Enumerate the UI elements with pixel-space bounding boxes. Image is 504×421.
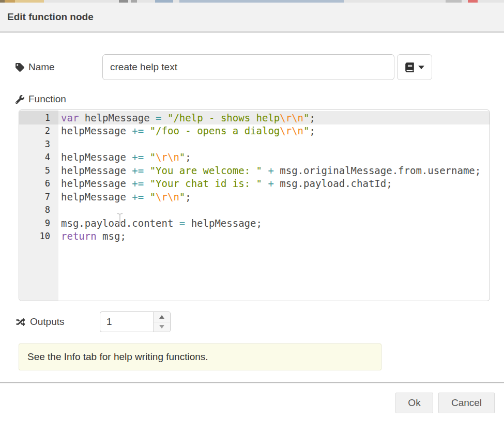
code-line[interactable]: 7helpMessage += "\r\n";	[19, 190, 490, 204]
code-line[interactable]: 10return msg;	[19, 230, 490, 243]
shuffle-icon	[16, 318, 26, 326]
outputs-label-text: Outputs	[30, 316, 65, 328]
outputs-increment-button[interactable]	[154, 312, 170, 322]
outputs-spinner	[100, 311, 171, 332]
wrench-icon	[16, 95, 24, 104]
line-number: 8	[19, 204, 58, 217]
outputs-label: Outputs	[16, 311, 65, 332]
code-line[interactable]: 3	[19, 137, 490, 151]
line-number: 2	[19, 124, 58, 138]
code-line-text: msg.payload.content = helpMessage;	[58, 217, 262, 229]
line-number: 6	[19, 177, 58, 191]
line-number: 9	[19, 216, 58, 230]
code-editor-lines: 1var helpMessage = "/help - shows help\r…	[19, 111, 490, 243]
library-button[interactable]	[397, 54, 432, 80]
code-line-text: helpMessage += "Your chat id is: " + msg…	[58, 178, 392, 189]
code-line[interactable]: 9msg.payload.content = helpMessage;	[19, 216, 490, 230]
code-line[interactable]: 6helpMessage += "Your chat id is: " + ms…	[19, 177, 490, 191]
spinner-buttons	[153, 312, 170, 332]
name-label-text: Name	[28, 61, 55, 73]
name-input[interactable]	[102, 54, 394, 80]
code-line[interactable]: 5helpMessage += "You are welcome: " + ms…	[19, 164, 490, 177]
line-number: 3	[19, 137, 58, 151]
line-number: 10	[19, 230, 58, 243]
line-number: 5	[19, 164, 58, 177]
code-line-text: helpMessage += "\r\n";	[58, 191, 191, 202]
footer-divider	[0, 382, 504, 383]
function-label: Function	[16, 91, 66, 107]
code-line-text: helpMessage += "You are welcome: " + msg…	[58, 165, 481, 176]
function-label-text: Function	[28, 93, 66, 105]
caret-down-icon	[418, 66, 424, 69]
code-line[interactable]: 2helpMessage += "/foo - opens a dialog\r…	[19, 124, 490, 138]
outputs-decrement-button[interactable]	[154, 322, 170, 332]
code-line[interactable]: 8	[19, 204, 490, 217]
line-number: 1	[19, 111, 58, 124]
name-label: Name	[16, 54, 55, 80]
code-line[interactable]: 4helpMessage += "\r\n";	[19, 151, 490, 164]
book-icon	[405, 63, 415, 72]
dialog-header: Edit function node	[0, 3, 504, 33]
line-number: 4	[19, 151, 58, 164]
code-line-text: helpMessage += "/foo - opens a dialog\r\…	[58, 125, 315, 136]
code-line-text: helpMessage += "\r\n";	[58, 151, 191, 163]
info-tip-text: See the Info tab for help writing functi…	[27, 351, 208, 363]
code-line-text: var helpMessage = "/help - shows help\r\…	[58, 112, 315, 123]
code-line[interactable]: 1var helpMessage = "/help - shows help\r…	[19, 111, 490, 124]
dialog-title: Edit function node	[7, 11, 94, 23]
line-number: 7	[19, 190, 58, 204]
arrow-down-icon	[159, 325, 164, 329]
code-line-text: return msg;	[58, 230, 126, 242]
outputs-input[interactable]	[100, 312, 153, 332]
arrow-up-icon	[159, 315, 164, 319]
function-code-editor[interactable]: 1var helpMessage = "/help - shows help\r…	[19, 110, 490, 301]
info-tip-box: See the Info tab for help writing functi…	[19, 344, 381, 370]
ok-button[interactable]: Ok	[395, 393, 433, 413]
cancel-button[interactable]: Cancel	[438, 393, 495, 413]
tag-icon	[16, 63, 24, 72]
